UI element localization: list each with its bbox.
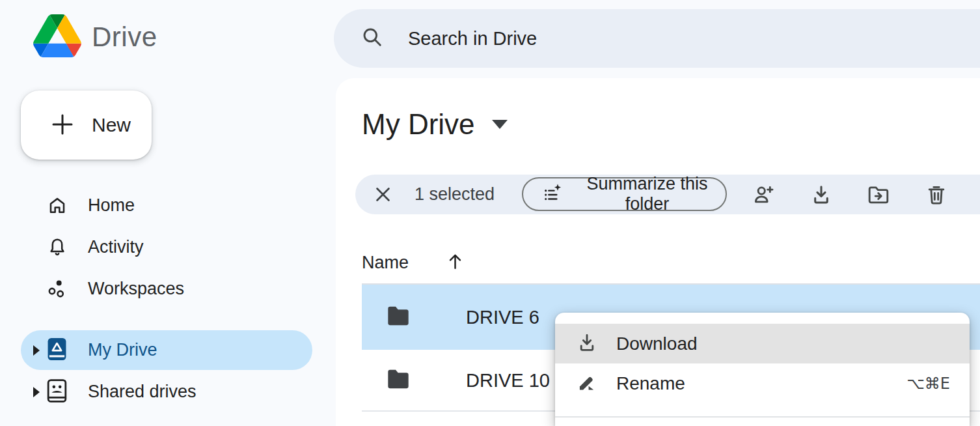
google-drive-app: Drive New Home Activity xyxy=(0,0,980,426)
menu-separator xyxy=(555,416,970,418)
sidebar-item-my-drive[interactable]: My Drive xyxy=(21,330,312,370)
summarize-folder-button[interactable]: Summarize this folder xyxy=(522,177,727,211)
sidebar-item-workspaces[interactable]: Workspaces xyxy=(0,268,319,309)
drive-logo[interactable]: Drive xyxy=(33,14,157,60)
new-button-label: New xyxy=(92,114,131,136)
name-header-label: Name xyxy=(362,253,409,273)
sidebar-item-home[interactable]: Home xyxy=(0,184,319,226)
folder-icon xyxy=(385,366,411,395)
folder-move-icon[interactable] xyxy=(867,183,890,209)
sidebar-item-label: Home xyxy=(88,195,135,216)
file-name: DRIVE 10 xyxy=(466,369,550,391)
search-placeholder: Search in Drive xyxy=(408,28,537,50)
plus-icon xyxy=(51,113,74,138)
rename-pencil-icon xyxy=(576,371,598,396)
page-title-text: My Drive xyxy=(362,108,475,141)
sort-ascending-icon[interactable] xyxy=(445,251,465,274)
menu-item-label: Rename xyxy=(616,373,685,394)
download-icon xyxy=(576,332,598,356)
sidebar-item-label: My Drive xyxy=(88,340,157,360)
selected-count: 1 selected xyxy=(415,184,495,205)
expand-caret-icon[interactable] xyxy=(33,345,40,356)
expand-caret-icon[interactable] xyxy=(33,387,40,397)
folder-icon xyxy=(385,303,411,332)
menu-item-shortcut: ⌥⌘E xyxy=(906,375,950,393)
close-icon[interactable] xyxy=(372,184,394,208)
file-name: DRIVE 6 xyxy=(466,307,539,328)
menu-item-label: Download xyxy=(616,334,698,354)
sidebar-item-label: Shared drives xyxy=(88,382,197,402)
chevron-down-icon[interactable] xyxy=(492,120,508,129)
trash-icon[interactable] xyxy=(925,183,948,209)
workspaces-icon xyxy=(47,278,68,299)
download-icon[interactable] xyxy=(810,183,833,209)
summarize-sparkle-icon xyxy=(543,183,563,205)
home-icon xyxy=(47,195,68,216)
selection-toolbar: 1 selected Summarize this folder xyxy=(355,175,980,214)
sidebar-item-shared-drives[interactable]: Shared drives xyxy=(21,372,312,412)
sidebar-item-label: Workspaces xyxy=(88,279,184,299)
page-title[interactable]: My Drive xyxy=(362,108,508,141)
new-button[interactable]: New xyxy=(21,91,152,160)
sidebar-item-label: Activity xyxy=(88,237,144,257)
summarize-folder-label: Summarize this folder xyxy=(573,174,722,214)
menu-item-download[interactable]: Download xyxy=(555,324,970,363)
my-drive-icon xyxy=(47,337,67,364)
menu-item-rename[interactable]: Rename ⌥⌘E xyxy=(555,363,970,403)
person-add-icon[interactable] xyxy=(752,183,776,209)
drive-logo-text: Drive xyxy=(92,21,157,53)
drive-logo-icon xyxy=(33,14,81,60)
search-icon[interactable] xyxy=(361,25,384,51)
activity-icon xyxy=(47,236,68,257)
sidebar-item-activity[interactable]: Activity xyxy=(0,226,319,268)
context-menu: Download Rename ⌥⌘E xyxy=(555,313,970,426)
column-header-name[interactable]: Name xyxy=(362,251,465,274)
search-input[interactable]: Search in Drive xyxy=(334,9,980,68)
shared-drives-icon xyxy=(47,378,67,406)
